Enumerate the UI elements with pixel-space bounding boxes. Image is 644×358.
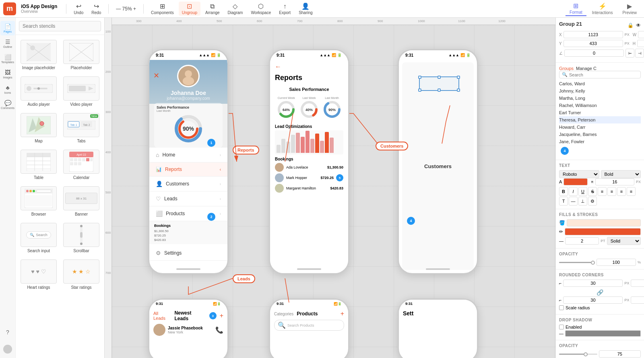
rp-shadow-opacity-slider[interactable]: [559, 354, 597, 355]
workspace-button[interactable]: ⬡ Workspace: [248, 2, 274, 16]
rp-font-select[interactable]: Roboto: [559, 170, 599, 178]
text-mid-btn[interactable]: —: [569, 197, 578, 206]
phone-3[interactable]: 9:31 ▲▲▲📶🔋 Customers: [398, 49, 478, 274]
customers-label[interactable]: Customers: [376, 142, 408, 150]
undo-button[interactable]: ↩ Undo: [70, 2, 87, 16]
rp-font-style-select[interactable]: Bold: [601, 170, 641, 178]
format-button[interactable]: ⊞ Format: [566, 1, 586, 16]
rp-groups-label[interactable]: Groups: [559, 66, 574, 71]
stencil-tab-pages[interactable]: 📄 Pages: [0, 21, 15, 35]
rp-opacity-thumb[interactable]: [591, 261, 595, 265]
phone-2[interactable]: 9:31 ▲▲▲📶🔋 ← Reports Sales Performance: [269, 49, 349, 274]
redo-button[interactable]: ↪ Redo: [88, 2, 104, 16]
align-right-text-btn[interactable]: ≡: [617, 187, 626, 196]
phone1-nav-customers[interactable]: 👤 Customers ›: [149, 177, 227, 191]
italic-button[interactable]: I: [569, 187, 578, 196]
stencil-tab-images[interactable]: 🖼 Images: [0, 67, 15, 81]
phone1-nav-leads[interactable]: ♡ Leads ›: [149, 191, 227, 206]
rp-corner-link-icon[interactable]: 🔗: [597, 289, 603, 296]
stencil-star-ratings[interactable]: ★ ★ ☆ Star ratings: [62, 258, 101, 291]
stencil-table[interactable]: Table: [19, 148, 58, 181]
rp-fill-color[interactable]: [567, 219, 641, 226]
rp-name-0[interactable]: Carlos, Ward: [559, 80, 641, 87]
diagram-button[interactable]: ◇ Diagram: [225, 2, 246, 16]
rp-x-input[interactable]: [564, 31, 623, 38]
canvas-area[interactable]: 300 400 500 600 700 800 900 1000 1100 12…: [105, 18, 555, 358]
canvas[interactable]: 9:31 ▲▲▲📶🔋 ✕: [112, 25, 555, 358]
rp-stroke-color[interactable]: [565, 228, 641, 235]
phone1-nav-products[interactable]: ⬜ Products ›: [149, 206, 227, 221]
rp-font-size-input[interactable]: [595, 178, 634, 185]
text-settings-btn[interactable]: ⚙: [588, 197, 597, 206]
rp-y-input[interactable]: [564, 40, 623, 47]
canvas-inner[interactable]: 9:31 ▲▲▲📶🔋 ✕: [112, 25, 555, 358]
stencil-browser[interactable]: Browser: [19, 185, 58, 218]
phone1-close-btn[interactable]: ✕: [153, 71, 159, 80]
align-justify-text-btn[interactable]: ≡: [627, 187, 636, 196]
stencil-tabs[interactable]: New Tab 1 Tab 2 Tabs: [62, 111, 101, 145]
stencil-calendar[interactable]: April 22: [62, 148, 101, 181]
rp-stroke-type-select[interactable]: Solid: [607, 237, 641, 245]
text-bot-btn[interactable]: ⊥: [578, 197, 587, 206]
phone5-add-icon[interactable]: +: [341, 310, 344, 317]
rp-shadow-opacity-thumb[interactable]: [584, 352, 588, 356]
align-left-text-btn[interactable]: ≡: [598, 187, 607, 196]
phone-6[interactable]: 9:31 Sett: [398, 298, 478, 358]
stencil-tab-templates[interactable]: ⬜ Templates: [0, 51, 15, 66]
zoom-control[interactable]: — 75% +: [113, 5, 139, 12]
rp-scale-radius-checkbox[interactable]: [559, 305, 564, 310]
rp-color-swatch[interactable]: [564, 178, 588, 185]
rp-name-1[interactable]: Johnny, Kelly: [559, 87, 641, 95]
stencil-tab-outline[interactable]: ☰ Outline: [0, 36, 15, 51]
rp-corner-bl-input[interactable]: [563, 296, 623, 304]
ungroup-button[interactable]: ⊡ Ungroup: [179, 2, 200, 16]
rp-shadow-opacity-input[interactable]: [599, 350, 641, 358]
sel-handle-tl[interactable]: [418, 76, 421, 79]
phone4-add-icon[interactable]: +: [220, 312, 223, 319]
stencil-image-placeholder[interactable]: Image placeholder: [19, 38, 58, 72]
stencil-tab-comments[interactable]: 💬 Comments: [0, 97, 15, 112]
strikethrough-button[interactable]: S̶: [588, 187, 597, 196]
sel-handle-tc[interactable]: [438, 76, 441, 79]
stencil-tab-icons[interactable]: ♣ Icons: [0, 82, 15, 97]
sharing-button[interactable]: 👤 Sharing: [295, 2, 316, 16]
export-button[interactable]: ↑ Export: [276, 2, 294, 16]
stencil-tab-help[interactable]: ?: [0, 325, 15, 339]
rp-opacity-slider[interactable]: [559, 262, 595, 263]
rp-shadow-color-swatch[interactable]: [565, 330, 641, 337]
stencil-heart-ratings[interactable]: ♥ ♥ ♡ Heart ratings: [19, 258, 58, 291]
rp-shadow-enabled-checkbox[interactable]: [559, 325, 564, 329]
components-button[interactable]: ⊞ Components: [148, 2, 177, 16]
rp-corner-br-input[interactable]: [631, 296, 644, 304]
align-center-text-btn[interactable]: ≡: [607, 187, 616, 196]
stencil-banner[interactable]: 88 x 31 Banner: [62, 185, 101, 218]
search-stencils-input[interactable]: [19, 21, 101, 31]
rp-name-8[interactable]: Jane, Fowler: [559, 138, 641, 145]
rp-name-6[interactable]: Howard, Carr: [559, 123, 641, 131]
reports-label[interactable]: Reports: [233, 146, 259, 154]
rp-opacity-input[interactable]: [597, 259, 636, 266]
stencil-audio-player[interactable]: Audio player: [19, 75, 58, 108]
rp-angle-input[interactable]: [564, 49, 624, 57]
align-left-btn[interactable]: ⊢: [625, 49, 634, 58]
rp-corner-tr-input[interactable]: [631, 280, 644, 287]
phone-5[interactable]: 9:31 📶🔋 Categories Products + 🔍: [269, 298, 349, 358]
rp-name-3[interactable]: Rachel, Williamson: [559, 102, 641, 109]
rp-name-7[interactable]: Jacqueline, Barnes: [559, 131, 641, 138]
app-logo[interactable]: m: [3, 2, 16, 15]
interactions-button[interactable]: ⚡ Interactions: [588, 2, 617, 16]
stencil-map[interactable]: Map: [19, 111, 58, 145]
eye-icon[interactable]: 👁: [636, 23, 641, 28]
sel-handle-br[interactable]: [457, 88, 460, 92]
underline-button[interactable]: U: [578, 187, 587, 196]
stencil-video-player[interactable]: Video player: [62, 75, 101, 108]
rp-stroke-pt-input[interactable]: [565, 237, 599, 245]
stencil-tab-user[interactable]: [0, 342, 15, 356]
stencil-placeholder[interactable]: Placeholder: [62, 38, 101, 72]
phone-4[interactable]: 9:31 📶🔋 All Leads Newest Leads 3 +: [148, 298, 229, 358]
bold-button[interactable]: B: [559, 187, 568, 196]
text-top-btn[interactable]: T: [559, 197, 568, 206]
phone1-nav-home[interactable]: ⌂ Home ›: [149, 148, 227, 163]
rp-name-4[interactable]: Earl Turner: [559, 109, 641, 116]
rp-search-input[interactable]: [569, 72, 638, 77]
